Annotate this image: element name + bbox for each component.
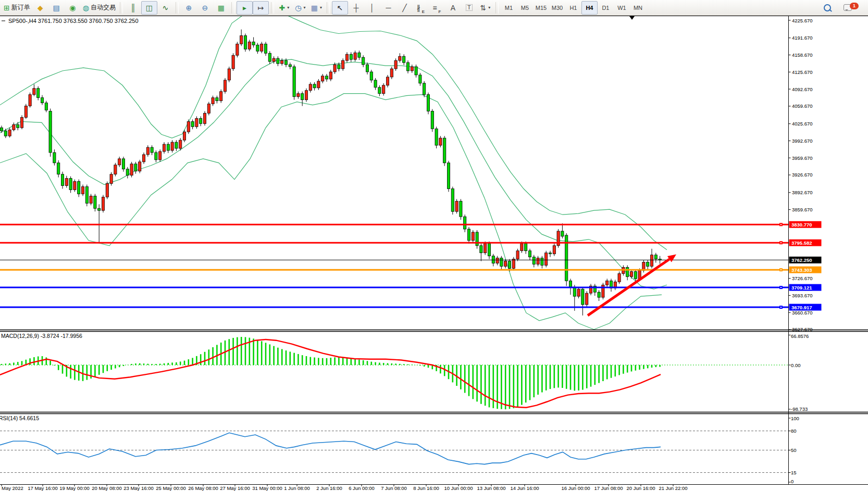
candle-body [261, 44, 263, 51]
tf-m1-button-label: M1 [505, 5, 513, 11]
price-tick-label: 3726.670 [792, 275, 813, 281]
candle-body [272, 58, 275, 61]
candle-body [200, 118, 202, 123]
candle-body [598, 292, 600, 297]
auto-scroll-button[interactable]: ▸ [237, 1, 253, 15]
candle-body [411, 67, 413, 71]
candle-body [220, 92, 222, 101]
time-tick-label: 10 Jun 00:00 [444, 485, 473, 491]
candle-body [362, 57, 365, 65]
search-button[interactable] [819, 1, 835, 15]
crosshair-button[interactable]: ┼ [348, 1, 364, 15]
time-tick-label: 6 Jun 00:00 [349, 485, 375, 491]
new-chart-icon-button[interactable]: ◆ [32, 1, 48, 15]
candlestick-button[interactable]: ◫ [141, 1, 157, 15]
icon-subscript: F [439, 10, 441, 14]
tf-h4-button[interactable]: H4 [581, 1, 598, 15]
tf-m5-button[interactable]: M5 [517, 1, 533, 15]
candle-body [488, 244, 490, 256]
tf-m1-button[interactable]: M1 [501, 1, 517, 15]
toolbar-separator [176, 2, 179, 14]
price-tick-label: 3627.670 [792, 326, 813, 332]
market-watch-icon-button[interactable]: ▤ [48, 1, 65, 15]
tf-h1-button[interactable]: H1 [565, 1, 581, 15]
chart-shift-button[interactable]: ↦ [253, 1, 269, 15]
tf-m30-button-label: M30 [552, 5, 563, 11]
candle-body [496, 258, 499, 263]
doc-plus-icon: ⊞ [4, 4, 10, 11]
candle-body [545, 253, 548, 266]
candle-body [284, 60, 287, 65]
candle-body [423, 83, 426, 95]
time-tick-label: 16 Jun 00:00 [562, 485, 590, 491]
vertical-line-button[interactable]: │ [364, 1, 380, 15]
candle-body [504, 261, 507, 267]
chevron-down-icon[interactable]: ▾ [320, 5, 322, 10]
chevron-down-icon[interactable]: ▾ [488, 5, 490, 10]
candle-body [41, 98, 43, 103]
candle-body [541, 258, 543, 266]
channel-button[interactable]: ∦E [413, 1, 429, 15]
shapes-button[interactable]: ⇅▾ [477, 1, 493, 15]
tf-m15-button[interactable]: M15 [533, 1, 549, 15]
candle-body [17, 124, 19, 128]
candle-body [569, 281, 572, 287]
indicators-button[interactable]: ✚▾ [276, 1, 292, 15]
candle-body [586, 293, 588, 305]
chart-canvas[interactable]: 4225.6704191.6704158.6704125.6704092.670… [0, 16, 868, 491]
candle-body [8, 130, 11, 136]
template-icon: ▦ [311, 4, 318, 11]
window-restore-icon[interactable] [2, 20, 5, 21]
trendline-button[interactable]: ╱ [396, 1, 413, 15]
time-tick-label: 23 May 16:00 [123, 485, 154, 491]
text-button[interactable]: A [445, 1, 461, 15]
price-tick-label: 4059.670 [792, 103, 813, 109]
tile-windows-button[interactable]: ▦ [213, 1, 229, 15]
candle-body [191, 121, 194, 127]
candle-body [561, 231, 564, 236]
candle-body [146, 147, 149, 155]
price-tick-label: 3693.670 [792, 293, 813, 298]
line-chart-button[interactable]: ∿ [157, 1, 173, 15]
candle-body [419, 75, 421, 83]
price-line-label: 3670.917 [791, 305, 812, 310]
candle-body [4, 131, 7, 136]
zoom-out-button[interactable]: ⊖ [197, 1, 213, 15]
chevron-down-icon[interactable]: ▾ [287, 5, 289, 10]
candle-body [106, 184, 108, 197]
templates-button[interactable]: ▦▾ [308, 1, 325, 15]
periods-button[interactable]: ◷▾ [292, 1, 308, 15]
candle-body [439, 138, 442, 145]
candle-body [73, 182, 76, 190]
label-button[interactable]: T [461, 1, 477, 15]
fibonacci-button[interactable]: ≡F [429, 1, 445, 15]
zoom-in-button[interactable]: ⊕ [181, 1, 197, 15]
new-order-button[interactable]: ⊞新订单 [2, 1, 32, 15]
horizontal-line-button[interactable]: ─ [380, 1, 396, 15]
price-tick-label: 3892.670 [792, 190, 813, 195]
candle-body [427, 95, 429, 111]
tf-m30-button[interactable]: M30 [549, 1, 565, 15]
zoom-in-icon: ⊕ [186, 4, 192, 11]
candle-body [57, 163, 60, 174]
candle-body [37, 89, 40, 98]
notifications-button[interactable]: 1 [839, 1, 861, 15]
signals-icon-button[interactable]: ◉ [65, 1, 81, 15]
chevron-down-icon[interactable]: ▾ [304, 5, 306, 10]
candle-body [342, 60, 344, 69]
bar-chart-button[interactable]: ║ [125, 1, 141, 15]
candle-body [155, 153, 157, 160]
price-tick-label: 4191.670 [792, 35, 813, 41]
price-tick-label: 4225.670 [792, 18, 813, 23]
tf-mn-button[interactable]: MN [630, 1, 646, 15]
tf-w1-button[interactable]: W1 [614, 1, 630, 15]
candle-body [573, 287, 576, 296]
autotrading-button[interactable]: ◍自动交易 [81, 1, 118, 15]
cursor-button[interactable]: ↖ [332, 1, 348, 15]
candle-body [370, 72, 373, 80]
time-tick-label: 31 May 00:00 [252, 485, 282, 491]
candle-body [81, 187, 84, 194]
tf-d1-button[interactable]: D1 [598, 1, 614, 15]
candle-body [118, 159, 121, 165]
candle-body [406, 62, 409, 71]
